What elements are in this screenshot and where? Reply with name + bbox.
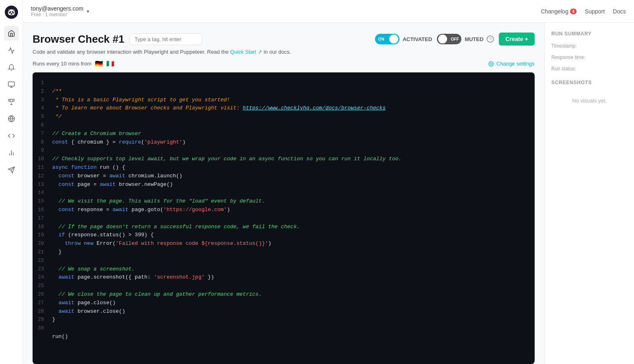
changelog-label: Changelog bbox=[541, 8, 568, 15]
muted-toggle-group: OFF MUTED ? bbox=[437, 34, 494, 44]
run-info-bar: Runs every 10 mins from 🇩🇪 🇮🇹 Change set… bbox=[33, 60, 535, 68]
sidebar-item-bell[interactable] bbox=[4, 60, 19, 75]
activated-toggle[interactable]: ON bbox=[375, 34, 399, 44]
tag-input[interactable] bbox=[129, 33, 202, 45]
sidebar-item-chart[interactable] bbox=[4, 146, 19, 160]
top-nav: tony@avengers.com Free · 1 member ▾ Chan… bbox=[23, 0, 634, 23]
toggle-knob bbox=[389, 35, 398, 44]
toggle-off-label: OFF bbox=[451, 37, 459, 41]
line-numbers: 1 2 3 4 5 6 7 8 9 10 11 12 13 14 15 16 1 bbox=[33, 72, 49, 364]
run-info-left: Runs every 10 mins from 🇩🇪 🇮🇹 bbox=[33, 60, 114, 68]
run-summary-title: RUN SUMMARY bbox=[551, 31, 627, 37]
right-panel: RUN SUMMARY Timestamp: Response time: Ru… bbox=[544, 23, 634, 364]
run-status-row: Run status: bbox=[551, 66, 627, 72]
page-title: Browser Check #1 bbox=[33, 33, 124, 46]
code-editor[interactable]: 1 2 3 4 5 6 7 8 9 10 11 12 13 14 15 16 1 bbox=[33, 72, 535, 364]
flag-italy: 🇮🇹 bbox=[106, 60, 114, 68]
sidebar-item-monitor[interactable] bbox=[4, 77, 19, 92]
sidebar-item-code[interactable] bbox=[4, 129, 19, 143]
code-content: /** * This is a basic Playwright script … bbox=[49, 72, 535, 364]
sidebar: 🐼 bbox=[0, 0, 23, 364]
flag-germany: 🇩🇪 bbox=[95, 60, 103, 68]
activated-toggle-group: ON ACTIVATED bbox=[375, 34, 432, 44]
sidebar-item-pulse[interactable] bbox=[4, 43, 19, 58]
muted-knob bbox=[438, 35, 447, 44]
page-header: Browser Check #1 ON ACTIVATED bbox=[33, 33, 535, 46]
timestamp-label: Timestamp: bbox=[551, 43, 627, 49]
muted-help-icon[interactable]: ? bbox=[487, 35, 494, 43]
content-panel: Browser Check #1 ON ACTIVATED bbox=[23, 23, 544, 364]
account-plan: Free · 1 member bbox=[31, 12, 83, 17]
run-status-label: Run status: bbox=[551, 66, 627, 72]
sidebar-item-rocket[interactable] bbox=[4, 163, 19, 177]
app-logo[interactable]: 🐼 bbox=[4, 5, 19, 20]
timestamp-row: Timestamp: bbox=[551, 43, 627, 49]
run-info-text: Runs every 10 mins from bbox=[33, 61, 92, 67]
screenshots-title: SCREENSHOTS bbox=[551, 80, 627, 85]
support-link[interactable]: Support bbox=[585, 8, 605, 15]
svg-rect-2 bbox=[8, 82, 14, 86]
quick-start-link[interactable]: Quick Start ↗ bbox=[230, 49, 262, 55]
page-description: Code and validate any browser interactio… bbox=[33, 49, 535, 55]
account-chevron-icon: ▾ bbox=[87, 9, 89, 14]
description-end: in our docs. bbox=[262, 49, 291, 55]
activated-label: ACTIVATED bbox=[403, 36, 432, 42]
svg-point-11 bbox=[490, 63, 492, 65]
page-area: Browser Check #1 ON ACTIVATED bbox=[23, 23, 634, 364]
settings-icon bbox=[488, 61, 494, 67]
account-email: tony@avengers.com bbox=[31, 5, 83, 12]
svg-text:🐼: 🐼 bbox=[7, 8, 16, 16]
response-time-label: Response time: bbox=[551, 54, 627, 60]
response-time-row: Response time: bbox=[551, 54, 627, 60]
main-content: tony@avengers.com Free · 1 member ▾ Chan… bbox=[23, 0, 634, 364]
description-start: Code and validate any browser interactio… bbox=[33, 49, 230, 55]
change-settings-link[interactable]: Change settings bbox=[488, 61, 535, 67]
changelog-link[interactable]: Changelog 4 bbox=[541, 8, 577, 15]
sidebar-item-home[interactable] bbox=[4, 26, 19, 41]
header-controls: ON ACTIVATED OFF MUTED ? Cr bbox=[375, 33, 535, 46]
toggle-on-label: ON bbox=[378, 37, 384, 41]
sidebar-item-globe[interactable] bbox=[4, 111, 19, 126]
sidebar-item-trophy[interactable] bbox=[4, 94, 19, 109]
docs-link[interactable]: Docs bbox=[613, 8, 626, 15]
muted-label: MUTED bbox=[465, 36, 483, 42]
top-nav-links: Changelog 4 Support Docs bbox=[541, 8, 626, 15]
no-visuals-text: No visuals yet. bbox=[551, 98, 627, 104]
change-settings-label: Change settings bbox=[496, 61, 535, 67]
account-section[interactable]: tony@avengers.com Free · 1 member ▾ bbox=[31, 5, 89, 17]
changelog-badge: 4 bbox=[570, 9, 577, 14]
muted-toggle[interactable]: OFF bbox=[437, 34, 461, 44]
create-button[interactable]: Create + bbox=[499, 33, 535, 46]
